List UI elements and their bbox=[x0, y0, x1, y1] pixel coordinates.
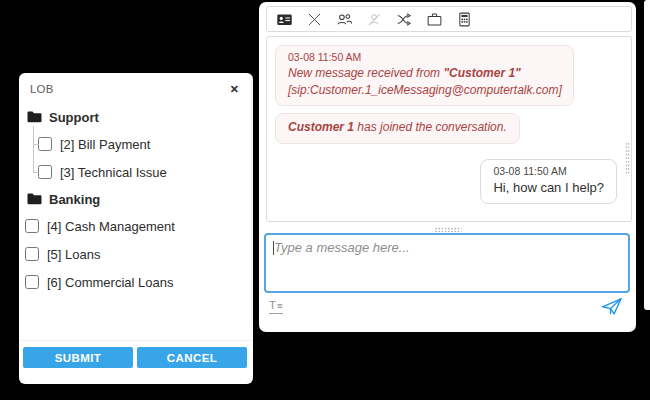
briefcase-icon[interactable] bbox=[426, 11, 443, 28]
checkbox-loans[interactable] bbox=[25, 247, 39, 261]
transfer-icon[interactable] bbox=[396, 11, 413, 28]
tree-item-label: [2] Bill Payment bbox=[60, 137, 150, 152]
close-icon[interactable]: ✕ bbox=[228, 83, 241, 96]
tree-folder-banking[interactable]: Banking bbox=[25, 186, 245, 212]
splitter-resize-grip[interactable] bbox=[434, 227, 461, 232]
tree-item-loans: [5] Loans bbox=[25, 240, 245, 268]
customer-name: "Customer 1" bbox=[443, 66, 520, 80]
dialpad-icon[interactable] bbox=[456, 11, 473, 28]
system-message-incoming: 03-08 11:50 AM New message received from… bbox=[275, 45, 574, 106]
tree-folder-support[interactable]: Support bbox=[25, 104, 245, 130]
cancel-button[interactable]: CANCEL bbox=[137, 347, 247, 368]
contact-card-icon[interactable] bbox=[276, 11, 293, 28]
end-chat-icon[interactable] bbox=[306, 11, 323, 28]
text-format-icon[interactable]: T≡ bbox=[269, 300, 283, 314]
message-timestamp: 03-08 11:50 AM bbox=[493, 165, 604, 177]
chat-toolbar bbox=[266, 6, 632, 32]
chat-window: 03-08 11:50 AM New message received from… bbox=[259, 2, 636, 332]
checkbox-commercial-loans[interactable] bbox=[25, 275, 39, 289]
send-icon[interactable] bbox=[601, 297, 623, 316]
message-input[interactable] bbox=[266, 235, 628, 291]
tree-connector bbox=[33, 144, 39, 145]
lob-tree: Support [2] Bill Payment [3] Technical I… bbox=[19, 96, 253, 296]
message-list: 03-08 11:50 AM New message received from… bbox=[266, 36, 632, 222]
tree-folder-label: Support bbox=[49, 110, 99, 125]
lob-dialog: LOB ✕ Support [2] Bill Payment [3] Techn… bbox=[19, 73, 253, 384]
system-message-joined: Customer 1 has joined the conversation. bbox=[275, 113, 520, 144]
text-caret bbox=[273, 241, 274, 255]
tree-connector bbox=[33, 172, 39, 173]
tree-item-technical-issue: [3] Technical Issue bbox=[25, 158, 245, 186]
message-text: New message received from "Customer 1" bbox=[288, 65, 561, 82]
message-text: Hi, how can I help? bbox=[493, 179, 604, 197]
tree-item-label: [6] Commercial Loans bbox=[47, 275, 173, 290]
checkbox-bill-payment[interactable] bbox=[38, 137, 52, 151]
checkbox-technical-issue[interactable] bbox=[38, 165, 52, 179]
customer-name: Customer 1 bbox=[288, 120, 354, 134]
folder-icon bbox=[27, 193, 42, 205]
tree-item-cash-management: [4] Cash Management bbox=[25, 212, 245, 240]
message-text: Customer 1 has joined the conversation. bbox=[288, 119, 507, 136]
tree-item-label: [5] Loans bbox=[47, 247, 101, 262]
vertical-resize-grip[interactable] bbox=[625, 142, 630, 174]
checkbox-cash-management[interactable] bbox=[25, 219, 39, 233]
divider bbox=[20, 340, 252, 341]
conference-icon[interactable] bbox=[336, 11, 353, 28]
sip-address: [sip:Customer.1_iceMessaging@computertal… bbox=[288, 82, 561, 99]
tree-item-label: [4] Cash Management bbox=[47, 219, 175, 234]
lob-header: LOB ✕ bbox=[19, 73, 253, 96]
agent-message: 03-08 11:50 AM Hi, how can I help? bbox=[480, 159, 617, 205]
remove-participant-icon bbox=[366, 11, 383, 28]
tree-connector bbox=[33, 126, 34, 172]
tree-children-support: [2] Bill Payment [3] Technical Issue bbox=[25, 130, 245, 186]
tree-item-label: [3] Technical Issue bbox=[60, 165, 167, 180]
submit-button[interactable]: SUBMIT bbox=[23, 347, 133, 368]
lob-title: LOB bbox=[30, 83, 54, 95]
tree-item-commercial-loans: [6] Commercial Loans bbox=[25, 268, 245, 296]
composer bbox=[264, 233, 630, 293]
tree-item-bill-payment: [2] Bill Payment bbox=[25, 130, 245, 158]
lob-button-row: SUBMIT CANCEL bbox=[23, 347, 247, 368]
message-timestamp: 03-08 11:50 AM bbox=[288, 51, 561, 63]
tree-folder-label: Banking bbox=[49, 192, 100, 207]
folder-icon bbox=[27, 111, 42, 123]
background-window-edge bbox=[644, 0, 650, 310]
